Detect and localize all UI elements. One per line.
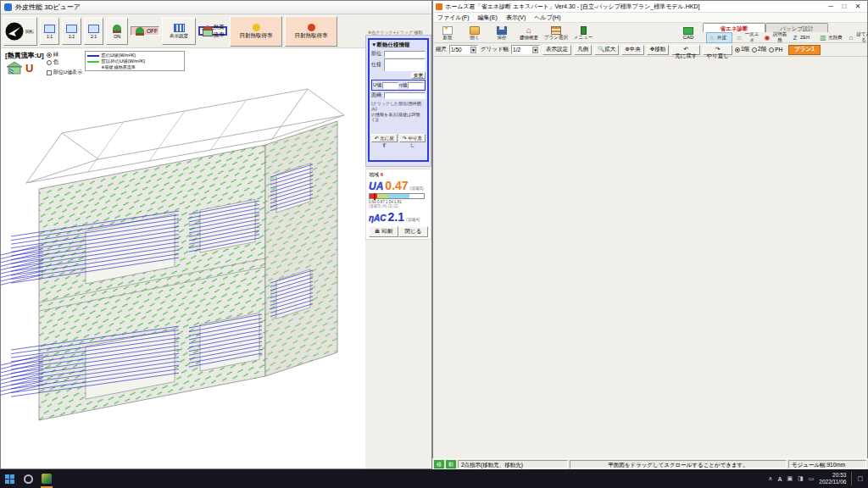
mode-solar-summer-button[interactable]: 日射熱取得率 <box>230 16 282 47</box>
app-taskbar-icon[interactable] <box>37 469 56 488</box>
redo-button[interactable]: ↷やり直し <box>703 45 732 55</box>
zoom-button[interactable]: 🔍拡大 <box>594 45 619 55</box>
close-button[interactable]: ✕ <box>851 1 865 12</box>
status-hint: 平面図をドラッグしてスクロールすることができます。 <box>570 460 787 469</box>
status-instruction: 2点指示(移動元、移動先) <box>458 460 568 469</box>
radio-green[interactable] <box>47 53 52 58</box>
center-button[interactable]: ⊕中央 <box>621 45 643 55</box>
radio-color[interactable] <box>47 60 52 65</box>
result-panel: 地域 6 UA0.47(等級5) 0.60 0.87 1.54 1.81 (等級… <box>365 169 431 240</box>
menu-door-icon <box>581 26 587 35</box>
ua-label: UA <box>369 180 383 192</box>
display-settings-button[interactable]: 表示設定 <box>162 18 196 45</box>
eta-value: 2.1 <box>388 210 404 224</box>
ribbon-説明義務[interactable]: ◉説明義務 <box>762 32 788 43</box>
zoom-1-2-button[interactable]: 1:2 <box>62 18 81 45</box>
file-button-2[interactable]: 保存 <box>489 24 515 42</box>
undo-button[interactable]: ↶ 元に戻す <box>371 134 398 142</box>
desktop: { "viewer": { "title": "外皮性能 3Dビューア", "t… <box>0 0 868 488</box>
area-field[interactable] <box>384 92 426 99</box>
file-button-0[interactable]: 新規 <box>435 24 460 42</box>
rotate-view-button[interactable]: 回転 <box>3 17 37 46</box>
ribbon-診てみる[interactable]: ⌂診てみる <box>846 32 868 43</box>
file-button-5[interactable]: メニュー <box>570 24 596 42</box>
minimize-button[interactable]: ─ <box>824 1 837 12</box>
taskbar: ∧ A ▣ ◨ ▭ 20:532022/11/06 ▢ <box>0 469 868 488</box>
mode-badge-2: 動 <box>446 460 456 469</box>
menu-item-1[interactable]: 編集(E) <box>478 14 498 22</box>
viewer-titlebar[interactable]: 外皮性能 3Dビューア <box>1 1 431 14</box>
menu-bar: ファイル(F)編集(E)表示(V)ヘルプ(H) <box>433 13 867 23</box>
redo-button[interactable]: ↷ やり直し <box>399 134 426 142</box>
house-3d-canvas[interactable] <box>1 48 365 469</box>
ribbon-ZEH[interactable]: ZZEH <box>790 32 816 43</box>
floor-radio-2f[interactable]: 2階 <box>752 46 766 53</box>
u-letter: U <box>25 62 33 75</box>
chevron-down-icon: ▼ <box>470 47 476 53</box>
plan1-button[interactable]: プラン1 <box>788 45 821 55</box>
ribbon-一次エネ[interactable]: ⌂一次エネ <box>734 32 760 43</box>
taskbar-clock[interactable]: 20:532022/11/06 <box>819 472 846 485</box>
display-icon[interactable]: ▣ <box>787 475 793 482</box>
grid-width-select[interactable]: 1/2▼ <box>511 45 540 54</box>
part-field[interactable] <box>384 51 426 58</box>
ime-a-icon[interactable]: A <box>777 476 782 482</box>
chevron-down-icon: ▼ <box>532 47 538 53</box>
maximize-button[interactable]: □ <box>837 1 851 12</box>
ribbon-icon-1: ⌂ <box>735 34 743 42</box>
blue-line-swatch <box>87 55 99 57</box>
insulation-info-panel: ▼断熱仕様情報 部位 仕様 変更 U値 η値 面積 (クリックした部位(赤枠囲み… <box>368 38 429 162</box>
volume-icon[interactable]: ◨ <box>798 475 804 482</box>
u-display-checkbox[interactable] <box>47 70 52 75</box>
notification-icon[interactable]: ▢ <box>857 475 863 482</box>
chevron-up-icon[interactable]: ∧ <box>768 475 772 482</box>
green-line-swatch <box>87 61 99 63</box>
house-icon <box>201 25 208 36</box>
legend-box: 窓のU値(W/m²K) 窓以外のU値(W/m²K) ※基礎:線熱貫流率 <box>85 51 185 71</box>
settings-taskbar-icon[interactable] <box>19 469 37 488</box>
file-button-4[interactable]: プラン選択 <box>543 24 569 42</box>
change-button[interactable]: 変更 <box>411 72 426 79</box>
scenery-on-button[interactable]: ON <box>106 18 128 45</box>
display-settings-button[interactable]: 表示設定 <box>542 45 571 55</box>
cad-button[interactable]: CAD <box>676 24 701 42</box>
print-button[interactable]: 🖶 印刷 <box>369 226 398 237</box>
ribbon-光熱費[interactable]: ▥光熱費 <box>818 32 844 43</box>
zoom-2-1-button[interactable]: 2:1 <box>84 18 103 45</box>
zoom-1-1-button[interactable]: 1:1 <box>40 18 59 45</box>
sun-icon <box>308 24 315 31</box>
floor-radio-ph[interactable]: PH <box>769 47 782 53</box>
mode-u-value-button[interactable]: U 熱貫流率 <box>198 26 227 36</box>
move-button[interactable]: ✥移動 <box>647 45 669 55</box>
close-button[interactable]: 閉じる <box>398 226 428 237</box>
start-button[interactable] <box>0 469 19 488</box>
u-value-field[interactable] <box>382 82 398 89</box>
ua-tick-grades: (等級5) (4) (3) (2) <box>369 204 428 208</box>
spec-field[interactable] <box>384 58 426 71</box>
app-titlebar[interactable]: ホームズ君「省エネ診断 エキスパート」Ver4.30 - [自立-パッシブ標準プ… <box>433 1 867 13</box>
mode-badge-1: 移 <box>434 460 444 469</box>
scenery-off-button[interactable]: OFF <box>131 26 159 36</box>
undo-button[interactable]: ↶元に戻す <box>671 45 700 55</box>
ribbon-外皮[interactable]: ⌂外皮 <box>706 32 732 43</box>
ribbon-icon-5: ⌂ <box>847 34 855 42</box>
ribbon-icon-2: ◉ <box>763 34 771 42</box>
file-button-1[interactable]: 開く <box>462 24 487 42</box>
panel-note: (クリックした部位(赤枠囲み)の情報を表示(基礎は2F除く)) <box>371 101 426 122</box>
plan-select-icon <box>551 26 561 35</box>
scale-select[interactable]: 1/50▼ <box>449 45 478 54</box>
menu-item-2[interactable]: 表示(V) <box>506 14 526 22</box>
app-title: ホームズ君「省エネ診断 エキスパート」Ver4.30 - [自立-パッシブ標準プ… <box>445 3 699 11</box>
file-button-3[interactable]: 建物概要 <box>516 24 542 42</box>
viewer-legend: [熱貫流率:U] U 緑 色 部位U値表示 窓のU値(W/m²K) 窓以外のU値… <box>4 50 201 77</box>
monitor-icon <box>66 25 77 33</box>
building-icon <box>524 26 534 35</box>
floor-radio-1f[interactable]: 1階 <box>735 46 749 53</box>
eta-value-field[interactable] <box>408 82 424 89</box>
menu-item-3[interactable]: ヘルプ(H) <box>534 14 560 22</box>
ua-value: 0.47 <box>385 179 408 192</box>
battery-icon[interactable]: ▭ <box>809 475 815 482</box>
mode-solar-winter-button[interactable]: 日射熱取得率 <box>285 16 337 47</box>
menu-item-0[interactable]: ファイル(F) <box>437 14 470 22</box>
legend-button[interactable]: 凡例 <box>574 45 592 55</box>
